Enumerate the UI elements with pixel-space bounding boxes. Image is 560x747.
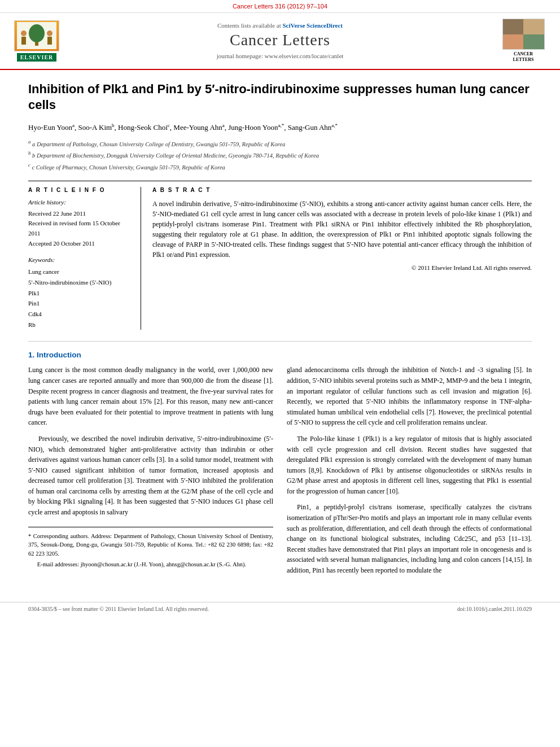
footnote-area: * Corresponding authors. Address: Depart… [28, 527, 273, 569]
paper-content: Inhibition of Plk1 and Pin1 by 5′-nitro-… [0, 70, 560, 593]
svg-point-3 [21, 30, 27, 36]
body-col-left: Lung cancer is the most common deadly ma… [28, 365, 273, 581]
citation-text: Cancer Letters 316 (2012) 97–104 [233, 3, 327, 10]
svg-point-5 [47, 30, 53, 36]
intro-number: 1. [28, 351, 34, 359]
bottom-bar: 0304-3835/$ – see front matter © 2011 El… [0, 602, 560, 615]
journal-center: Contents lists available at SciVerse Sci… [68, 22, 492, 59]
elsevier-logo: ELSEVIER [11, 20, 62, 62]
body-para-1: Lung cancer is the most common deadly ma… [28, 365, 273, 428]
issn-text: 0304-3835/$ – see front matter © 2011 El… [28, 606, 209, 612]
footnote-email: E-mail addresses: jhyoon@chosun.ac.kr (J… [28, 560, 273, 569]
keywords-label: Keywords: [28, 256, 132, 263]
svg-rect-6 [47, 37, 52, 45]
contents-list-text: Contents lists available at [217, 22, 281, 29]
affil-c: c c College of Pharmacy, Chosun Universi… [28, 161, 532, 172]
keywords-list: Lung cancer 5′-Nitro-indirubinoxime (5′-… [28, 267, 132, 330]
received-revised-date: Received in revised form 15 October 2011 [28, 219, 132, 238]
footnote-corresponding: * Corresponding authors. Address: Depart… [28, 532, 273, 558]
affil-a: a a Department of Pathology, Chosun Univ… [28, 138, 532, 148]
intro-title: Introduction [37, 351, 81, 359]
copyright-line: © 2011 Elsevier Ireland Ltd. All rights … [152, 264, 532, 271]
keyword-1: 5′-Nitro-indirubinoxime (5′-NIO) [28, 277, 132, 288]
article-title: Inhibition of Plk1 and Pin1 by 5′-nitro-… [28, 81, 532, 113]
abstract-col: A B S T R A C T A novel indirubin deriva… [152, 187, 532, 330]
keyword-3: Pin1 [28, 298, 132, 309]
sciverse-line: Contents lists available at SciVerse Sci… [68, 22, 492, 29]
doi-text: doi:10.1016/j.canlet.2011.10.029 [457, 606, 532, 612]
header-divider [28, 181, 532, 181]
svg-point-2 [29, 24, 45, 42]
body-para-2: Previously, we described the novel indir… [28, 434, 273, 518]
keyword-0: Lung cancer [28, 267, 132, 277]
cancer-letters-badge: CANCERLETTERS [513, 51, 534, 63]
history-items: Received 22 June 2011 Received in revise… [28, 209, 132, 248]
article-info-label: A R T I C L E I N F O [28, 187, 132, 193]
elsevier-brand-text: ELSEVIER [17, 53, 57, 62]
affiliations: a a Department of Pathology, Chosun Univ… [28, 138, 532, 172]
body-col-right: gland adenocarcinoma cells through the i… [287, 365, 532, 581]
svg-rect-4 [21, 37, 26, 45]
cancer-letters-logo-image [502, 19, 545, 50]
intro-heading: 1. Introduction [28, 351, 532, 359]
elsevier-logo-image [14, 20, 59, 51]
abstract-label: A B S T R A C T [152, 187, 532, 193]
body-para-4: The Polo-like kinase 1 (Plk1) is a key r… [287, 434, 532, 497]
body-divider [28, 341, 532, 342]
history-label: Article history: [28, 199, 132, 206]
affil-b: b b Department of Biochemistry, Dongguk … [28, 150, 532, 160]
keyword-2: Plk1 [28, 288, 132, 299]
journal-right-logo: CANCERLETTERS [498, 19, 549, 63]
received-date: Received 22 June 2011 [28, 209, 132, 219]
sciverse-link[interactable]: SciVerse ScienceDirect [282, 22, 343, 29]
journal-title: Cancer Letters [68, 31, 492, 49]
journal-url: journal homepage: www.elsevier.com/locat… [68, 53, 492, 59]
info-abstract-cols: A R T I C L E I N F O Article history: R… [28, 187, 532, 330]
body-para-3: gland adenocarcinoma cells through the i… [287, 365, 532, 428]
abstract-text: A novel indirubin derivative, 5′-nitro-i… [152, 199, 532, 260]
keyword-5: Rb [28, 320, 132, 330]
authors-line: Hyo-Eun Yoona, Soo-A Kimb, Hong-Seok Cho… [28, 121, 532, 134]
body-para-5: Pin1, a peptidyl-prolyl cis/trans isomer… [287, 502, 532, 575]
accepted-date: Accepted 20 October 2011 [28, 239, 132, 249]
body-columns: Lung cancer is the most common deadly ma… [28, 365, 532, 581]
article-info-col: A R T I C L E I N F O Article history: R… [28, 187, 141, 330]
journal-header: ELSEVIER Contents lists available at Sci… [0, 13, 560, 70]
keyword-4: Cdk4 [28, 309, 132, 320]
top-citation-bar: Cancer Letters 316 (2012) 97–104 [0, 0, 560, 13]
